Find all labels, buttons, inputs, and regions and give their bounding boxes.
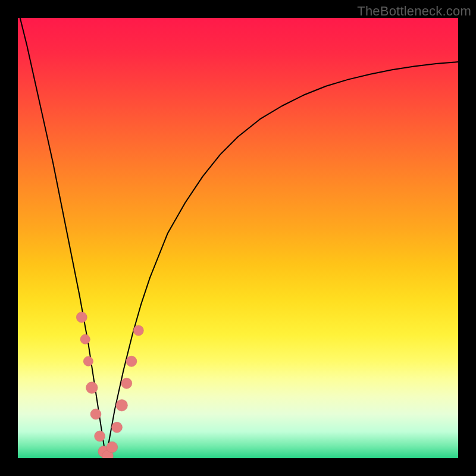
highlight-point <box>126 356 137 367</box>
highlight-point <box>76 312 87 322</box>
highlight-point <box>121 378 132 389</box>
highlight-point <box>80 334 90 344</box>
plot-area <box>18 18 458 458</box>
highlight-point <box>95 431 105 441</box>
highlight-point <box>133 325 143 336</box>
chart-frame: TheBottleneck.com <box>0 0 476 476</box>
highlight-point <box>112 422 123 433</box>
watermark-text: TheBottleneck.com <box>357 4 471 19</box>
mismatch-curve <box>18 18 458 458</box>
highlight-point <box>90 409 101 419</box>
highlight-point <box>116 399 128 411</box>
chart-svg <box>18 18 458 458</box>
highlight-point <box>83 356 93 366</box>
highlight-point <box>107 441 118 453</box>
highlight-point <box>86 382 98 394</box>
